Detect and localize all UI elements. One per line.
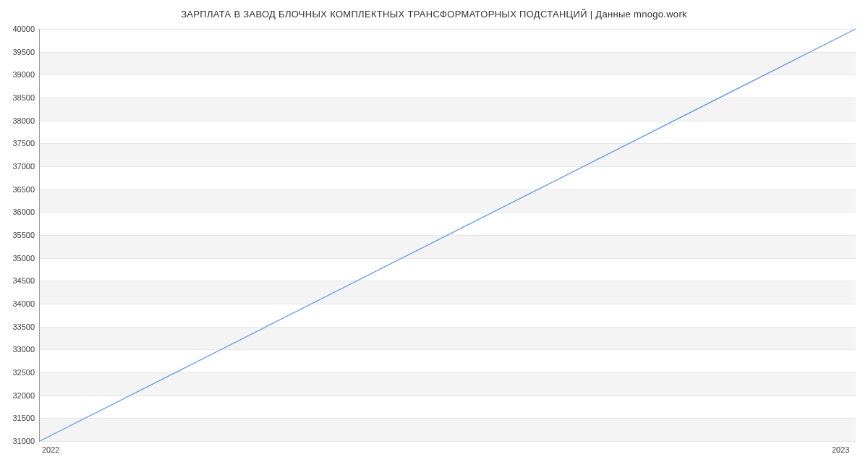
y-tick-label: 33000 <box>3 345 35 354</box>
y-tick-label: 34500 <box>3 276 35 285</box>
y-tick-label: 38500 <box>3 93 35 102</box>
y-tick-label: 31500 <box>3 414 35 422</box>
line-svg <box>40 29 856 441</box>
y-tick-label: 37000 <box>3 162 35 171</box>
x-tick-label: 2022 <box>42 445 59 454</box>
chart-title: ЗАРПЛАТА В ЗАВОД БЛОЧНЫХ КОМПЛЕКТНЫХ ТРА… <box>0 0 868 20</box>
y-tick-label: 39000 <box>3 70 35 79</box>
gridline <box>40 441 856 442</box>
y-tick-label: 40000 <box>3 25 35 33</box>
y-tick-label: 32000 <box>3 391 35 400</box>
plot-area <box>39 29 856 442</box>
y-tick-label: 33500 <box>3 322 35 331</box>
y-tick-label: 38000 <box>3 116 35 125</box>
y-tick-label: 37500 <box>3 139 35 148</box>
y-tick-label: 36000 <box>3 208 35 216</box>
y-tick-label: 34000 <box>3 299 35 308</box>
data-line <box>40 29 856 441</box>
y-tick-label: 39500 <box>3 48 35 56</box>
y-tick-label: 35000 <box>3 254 35 262</box>
y-tick-label: 36500 <box>3 185 35 194</box>
y-tick-label: 32500 <box>3 368 35 377</box>
y-tick-label: 35500 <box>3 231 35 239</box>
x-tick-label: 2023 <box>832 445 849 454</box>
y-tick-label: 31000 <box>3 437 35 445</box>
